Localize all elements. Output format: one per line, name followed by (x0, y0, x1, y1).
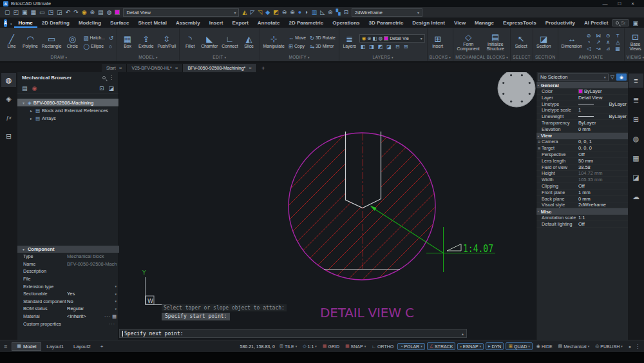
status-toggle-esnap[interactable]: ▪ESNAP▾ (457, 343, 484, 350)
tab-2d-parametric[interactable]: 2D Parametric (284, 19, 328, 28)
layers-panel-icon[interactable]: ≣ (629, 93, 643, 107)
expand-icon[interactable]: ⊞ (536, 140, 542, 144)
visual-style-selector[interactable]: 2dWireframe ▾ (352, 8, 422, 17)
ribbon-button-select[interactable]: ↖Select (513, 35, 529, 48)
parameters-panel-icon[interactable]: ƒx (1, 110, 16, 124)
layer-lock-icon[interactable]: ◧ (373, 35, 377, 41)
folder-icon[interactable]: ▤ (98, 10, 104, 15)
layer-unisolate-icon[interactable]: ◩ (378, 44, 383, 50)
property-value-clipping[interactable]: Off (578, 183, 628, 189)
layer-freeze-icon[interactable]: ⊛ (367, 35, 371, 41)
chevron-down-icon[interactable]: ▾ (480, 344, 482, 348)
close-button[interactable]: × (631, 1, 634, 7)
tab-2d-drafting[interactable]: 2D Drafting (37, 19, 74, 28)
tab-3d-parametric[interactable]: 3D Parametric (365, 19, 408, 28)
add-layout-button[interactable]: + (98, 344, 106, 349)
tree-item-arrays[interactable]: ▸▤Arrays (17, 114, 118, 122)
tab-insert[interactable]: Insert (205, 19, 228, 28)
group-name-select[interactable]: SELECT (513, 55, 531, 61)
columns-icon[interactable]: ▥ (312, 10, 317, 15)
close-icon[interactable]: × (119, 66, 122, 71)
new-file-icon[interactable]: ▢ (5, 10, 10, 15)
browser-copy-icon[interactable]: ▤ (22, 85, 28, 92)
more-button[interactable]: ··· (104, 314, 111, 319)
taper-value-label[interactable]: 1:4.07 (463, 243, 493, 255)
status-toggle-ortho[interactable]: ∟ORTHO (370, 344, 395, 349)
ribbon-button-insert[interactable]: ⊞Insert (430, 35, 446, 48)
redo-icon[interactable]: ↷ (73, 10, 79, 15)
tab-manage[interactable]: Manage (470, 19, 498, 28)
structure-panel-icon[interactable]: ⊟ (1, 129, 16, 143)
new-sheet-icon[interactable]: ▭ (39, 10, 45, 15)
property-value-height[interactable]: 104.72 mm (578, 170, 628, 176)
leader-icon[interactable]: ↗ (594, 39, 603, 45)
group-name-views[interactable]: VIEWS ▾ (627, 55, 644, 61)
property-value-elevation[interactable]: 0 mm (578, 126, 628, 132)
tab-expresstools[interactable]: ExpressTools (498, 19, 541, 28)
tab-modeling[interactable]: Modeling (74, 19, 106, 28)
group-name-section[interactable]: SECTION (535, 55, 556, 61)
layer-bulb-icon[interactable]: ◉ (362, 35, 366, 41)
ribbon-button-tool[interactable]: ↺ (108, 34, 115, 42)
tab-home[interactable]: Home (14, 19, 37, 28)
component-header[interactable]: ▼ Component (17, 246, 119, 253)
status-toggle-quad[interactable]: ▣QUAD▾ (506, 342, 532, 350)
layout-tab-layout1[interactable]: Layout1 (42, 343, 68, 350)
search-icon[interactable] (102, 76, 106, 79)
ribbon-button-form-component[interactable]: ◇Form Component (455, 33, 481, 52)
ribbon-button-layers[interactable]: ≣Layers (341, 35, 358, 48)
status-toggle-hide[interactable]: ◉HIDE (535, 343, 554, 349)
leader-line[interactable] (375, 210, 444, 253)
settings-gear-icon[interactable]: ⊛ (90, 10, 95, 15)
chevron-down-icon[interactable]: ▾ (115, 307, 117, 311)
cursor-settings-icon[interactable]: ◸ (250, 10, 254, 15)
status-toggle-dyn[interactable]: ▸DYN (486, 342, 504, 350)
render-plus-icon[interactable]: ⊕ (290, 10, 295, 15)
angular-dim-icon[interactable]: ◔ (585, 39, 593, 45)
command-input-bar[interactable]: Specify next point: ▴ (119, 329, 467, 338)
property-value-target[interactable]: 0, 0, 0 (578, 145, 628, 151)
properties-panel-icon[interactable]: ≡ (629, 74, 643, 88)
layer-states-icon[interactable]: ⊞ (404, 44, 408, 50)
sphere-shade-icon[interactable]: ● (298, 10, 301, 15)
datum-icon[interactable]: ◁ (585, 46, 593, 52)
center-mark-icon[interactable]: ⊙ (604, 33, 612, 39)
doc-tab-bfv-0050-92508-machining[interactable]: BFV-0050-92508-Machining*× (183, 64, 257, 72)
chevron-icon[interactable]: ▸ (29, 108, 33, 113)
close-icon[interactable]: × (175, 66, 178, 71)
section-collapse-icon[interactable]: ▪ (538, 210, 539, 213)
application-button[interactable]: A (4, 19, 7, 27)
property-value-linetype-scale[interactable]: 1 (578, 107, 628, 113)
material-library-icon[interactable]: ▦ (112, 313, 117, 319)
status-toggle-polar[interactable]: ◔POLAR▾ (397, 343, 424, 350)
entity-snaps-icon[interactable]: ◆ (265, 10, 270, 15)
ribbon-button-3d-mirror[interactable]: ⇋3D Mirror (308, 43, 337, 50)
section-general[interactable]: ▪General (536, 82, 628, 88)
ribbon-button-polyline[interactable]: ◠Polyline (21, 35, 39, 48)
visibility-eye-icon[interactable]: ◉ (616, 74, 627, 81)
property-value-width[interactable]: 165.35 mm (578, 177, 628, 182)
chevron-icon[interactable]: ▾ (21, 101, 26, 105)
import-icon[interactable]: ◳ (48, 10, 54, 15)
tree-item-block-and-external-references[interactable]: ▸▤Block and External References (17, 106, 118, 114)
snap-tools-icon[interactable]: ◹ (258, 10, 262, 15)
ribbon-button-3d-rotate[interactable]: ↻3D Rotate (308, 34, 337, 42)
tips-bulb-icon[interactable]: ◉ (82, 10, 87, 15)
chevron-down-icon[interactable]: ▾ (115, 299, 117, 303)
sheets-panel-icon[interactable]: ▦ (629, 151, 643, 165)
component-value-name[interactable]: BFV-0050-92508-Machining (67, 261, 117, 267)
component-value-type[interactable]: Mechanical block (67, 253, 117, 259)
chevron-down-icon[interactable]: ▾ (315, 344, 317, 348)
layer-plot-icon[interactable]: ◍ (379, 35, 383, 41)
render-minus-icon[interactable]: ⊖ (282, 10, 287, 15)
undo-icon[interactable]: ↶ (66, 10, 71, 15)
ribbon-button-section[interactable]: ◪Section (535, 35, 553, 48)
property-value-front-plane[interactable]: 1 mm (578, 190, 628, 195)
status-menu-icon[interactable]: ≡ (4, 343, 7, 349)
table-icon[interactable]: ▦ (614, 46, 622, 52)
layer-off-icon[interactable]: ◪ (386, 44, 392, 50)
panels-icon[interactable]: ▚ (336, 10, 341, 15)
chevron-icon[interactable]: ▸ (29, 116, 33, 121)
status-kebab-icon[interactable]: ⋮ (635, 344, 640, 349)
export-icon[interactable]: ◲ (57, 10, 62, 15)
